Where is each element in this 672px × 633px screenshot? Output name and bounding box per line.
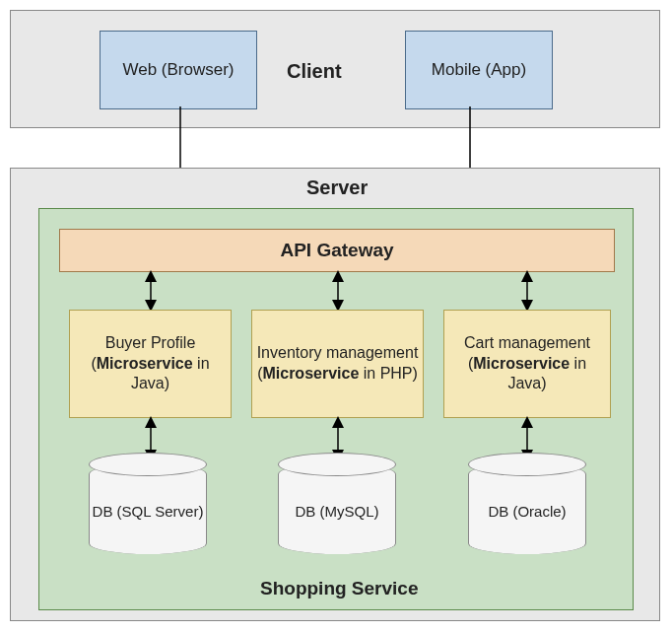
architecture-diagram: Web (Browser) Client Mobile (App) Server… bbox=[0, 0, 672, 633]
shopping-service-container: API Gateway Buyer Profile (Micro bbox=[38, 208, 634, 610]
db-oracle-label: DB (Oracle) bbox=[488, 497, 566, 521]
arrow-gateway-cart bbox=[519, 272, 535, 310]
db-mysql: DB (MySQL) bbox=[278, 463, 396, 554]
db-oracle: DB (Oracle) bbox=[468, 463, 586, 554]
buyer-profile-title: Buyer Profile bbox=[105, 334, 196, 351]
server-container: Server API Gateway B bbox=[10, 168, 660, 621]
arrow-gateway-buyerprofile bbox=[143, 272, 159, 310]
cart-microservice: Cart management (Microservice in Java) bbox=[443, 310, 611, 418]
shopping-service-label: Shopping Service bbox=[260, 578, 418, 599]
client-label: Client bbox=[287, 60, 342, 83]
db-mysql-label: DB (MySQL) bbox=[295, 497, 378, 521]
cart-title: Cart management bbox=[464, 334, 590, 351]
web-browser-label: Web (Browser) bbox=[122, 60, 234, 80]
inventory-microservice: Inventory management (Microservice in PH… bbox=[251, 310, 424, 418]
db-sqlserver-label: DB (SQL Server) bbox=[93, 497, 204, 521]
buyer-profile-microservice: Buyer Profile (Microservice in Java) bbox=[69, 310, 232, 418]
mobile-app-node: Mobile (App) bbox=[405, 31, 553, 109]
db-sqlserver: DB (SQL Server) bbox=[89, 463, 207, 554]
web-browser-node: Web (Browser) bbox=[100, 31, 257, 109]
inventory-title: Inventory management bbox=[257, 344, 419, 361]
client-container: Web (Browser) Client Mobile (App) bbox=[10, 10, 660, 128]
api-gateway-label: API Gateway bbox=[280, 240, 393, 261]
api-gateway-node: API Gateway bbox=[59, 229, 615, 272]
server-label: Server bbox=[306, 176, 368, 199]
arrow-gateway-inventory bbox=[330, 272, 346, 310]
mobile-app-label: Mobile (App) bbox=[432, 60, 526, 80]
